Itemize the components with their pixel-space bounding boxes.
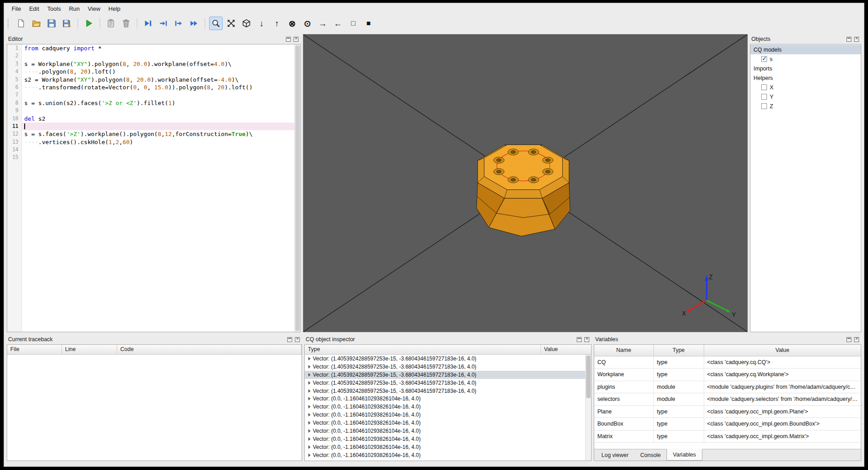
- column-line[interactable]: Line: [62, 345, 117, 354]
- code-line-15[interactable]: 15: [7, 154, 300, 161]
- expand-arrow-icon[interactable]: [308, 381, 311, 385]
- inspector-row[interactable]: Vector: (0.0, -1.1604610293826104e-16, 4…: [305, 443, 585, 451]
- variable-row[interactable]: Planetype<class 'cadquery.occ_impl.geom.…: [594, 405, 861, 418]
- front-view-button[interactable]: ⊗: [285, 17, 299, 30]
- close-panel-icon[interactable]: [295, 337, 300, 342]
- cad-model[interactable]: [477, 145, 570, 236]
- code-editor[interactable]: 1from cadquery import *23s = Workplane("…: [7, 44, 300, 332]
- float-panel-icon[interactable]: [287, 337, 292, 342]
- expand-arrow-icon[interactable]: [308, 357, 311, 360]
- variable-row[interactable]: CQtype<class 'cadquery.cq.CQ'>: [594, 356, 861, 369]
- inspector-row[interactable]: Vector: (0.0, -1.1604610293826104e-16, 4…: [305, 427, 585, 435]
- column-value[interactable]: Value: [541, 345, 591, 354]
- column-code[interactable]: Code: [117, 345, 302, 354]
- new-file-button[interactable]: [14, 17, 28, 30]
- tree-item-z[interactable]: Z: [750, 101, 861, 111]
- code-line-1[interactable]: 1from cadquery import *: [7, 44, 300, 52]
- inspector-row[interactable]: Vector: (0.0, -1.1604610293826104e-16, 4…: [305, 451, 585, 459]
- tab-console[interactable]: Console: [634, 449, 666, 461]
- bottom-view-button[interactable]: ↑: [270, 17, 284, 30]
- tree-item-y[interactable]: Y: [750, 92, 861, 101]
- menu-item-help[interactable]: Help: [105, 4, 125, 13]
- column-file[interactable]: File: [7, 345, 62, 354]
- code-line-3[interactable]: 3s = Workplane("XY").polygon(8, 20.0).wo…: [7, 60, 300, 68]
- tab-variables[interactable]: Variables: [666, 449, 702, 461]
- menu-item-tools[interactable]: Tools: [43, 4, 65, 13]
- debug-continue-button[interactable]: [187, 17, 201, 30]
- code-line-13[interactable]: 13····.vertices().cskHole(1,2,60): [7, 138, 300, 146]
- save-as-button[interactable]: [60, 17, 74, 30]
- iso-view-button[interactable]: [240, 17, 253, 30]
- column-type[interactable]: Type: [305, 345, 541, 354]
- variable-row[interactable]: pluginsmodule<module 'cadquery.plugins' …: [594, 381, 861, 393]
- code-line-4[interactable]: 4····.polygon(8, 20).loft(): [7, 68, 300, 75]
- inspector-row[interactable]: Vector: (0.0, -1.1604610293826104e-16, 4…: [305, 419, 585, 427]
- inspector-row[interactable]: Vector: (0.0, -1.1604610293826104e-16, 4…: [305, 395, 585, 403]
- expand-arrow-icon[interactable]: [308, 421, 311, 425]
- variable-row[interactable]: BoundBoxtype<class 'cadquery.occ_impl.ge…: [594, 418, 861, 430]
- toolbar-grip[interactable]: [8, 18, 10, 28]
- tree-item-x[interactable]: X: [750, 83, 861, 92]
- inspector-row[interactable]: Vector: (1.4053924288597253e-15, -3.6804…: [305, 387, 585, 395]
- tree-item-helpers[interactable]: Helpers: [750, 73, 861, 83]
- top-view-button[interactable]: ↓: [255, 17, 268, 30]
- tree-item-s[interactable]: s: [750, 54, 861, 64]
- code-line-2[interactable]: 2: [7, 52, 300, 60]
- close-panel-icon[interactable]: [294, 37, 298, 42]
- code-line-10[interactable]: 10del s2: [7, 115, 300, 123]
- menu-item-file[interactable]: File: [8, 4, 25, 13]
- run-button[interactable]: [82, 17, 96, 30]
- column-name[interactable]: Name: [594, 345, 653, 356]
- checkbox-s[interactable]: [761, 56, 767, 62]
- column-type[interactable]: Type: [653, 345, 704, 356]
- zoom-button[interactable]: [209, 17, 223, 30]
- close-panel-icon[interactable]: [584, 337, 589, 342]
- expand-arrow-icon[interactable]: [308, 413, 311, 417]
- expand-arrow-icon[interactable]: [308, 389, 311, 393]
- float-panel-icon[interactable]: [846, 37, 851, 42]
- expand-arrow-icon[interactable]: [308, 429, 311, 433]
- checkbox-x[interactable]: [761, 84, 767, 90]
- debug-step-out-button[interactable]: [172, 17, 185, 30]
- variable-row[interactable]: selectorsmodule<module 'cadquery.selecto…: [594, 393, 861, 406]
- inspector-row[interactable]: Vector: (1.4053924288597253e-15, -3.6804…: [305, 371, 585, 379]
- code-line-8[interactable]: 8s = s.union(s2).faces('>Z or <Z').fille…: [7, 99, 300, 107]
- checkbox-z[interactable]: [761, 103, 767, 109]
- expand-arrow-icon[interactable]: [308, 365, 311, 369]
- float-panel-icon[interactable]: [577, 337, 582, 342]
- menu-item-edit[interactable]: Edit: [25, 4, 43, 13]
- expand-arrow-icon[interactable]: [308, 437, 311, 441]
- code-line-14[interactable]: 14: [7, 146, 300, 154]
- variable-row[interactable]: Matrixtype<class 'cadquery.occ_impl.geom…: [594, 430, 861, 443]
- tree-item-imports[interactable]: Imports: [750, 64, 861, 73]
- clipboard-button[interactable]: [104, 17, 118, 30]
- inspector-scrollbar[interactable]: [585, 355, 591, 461]
- variable-row[interactable]: Workplanetype<class 'cadquery.cq.Workpla…: [594, 369, 861, 381]
- inspector-row[interactable]: Vector: (0.0, -1.1604610293826104e-16, 4…: [305, 435, 585, 443]
- editor-scrollbar[interactable]: [294, 44, 300, 332]
- left-view-button[interactable]: ←: [331, 17, 345, 30]
- shaded-button[interactable]: ■: [362, 17, 375, 30]
- inspector-row[interactable]: Vector: (1.4053924288597253e-15, -3.6804…: [305, 379, 585, 387]
- expand-arrow-icon[interactable]: [308, 397, 311, 400]
- wireframe-button[interactable]: □: [346, 17, 360, 30]
- checkbox-y[interactable]: [761, 94, 767, 100]
- code-line-9[interactable]: 9: [7, 107, 300, 114]
- code-line-6[interactable]: 6····.transformed(rotate=Vector(0, 0, 15…: [7, 83, 300, 91]
- tree-item-cq-models[interactable]: CQ models: [750, 45, 861, 54]
- expand-arrow-icon[interactable]: [308, 405, 311, 409]
- debug-step-into-button[interactable]: [157, 17, 170, 30]
- delete-button[interactable]: [119, 17, 133, 30]
- code-line-5[interactable]: 5s2 = Workplane("XY").polygon(8, 20.0).w…: [7, 76, 300, 83]
- fit-all-button[interactable]: [224, 17, 238, 30]
- tab-log-viewer[interactable]: Log viewer: [596, 449, 634, 461]
- inspector-row[interactable]: Vector: (1.4053924288597253e-15, -3.6804…: [305, 355, 585, 363]
- right-view-button[interactable]: →: [316, 17, 329, 30]
- inspector-row[interactable]: Vector: (0.0, -1.1604610293826104e-16, 4…: [305, 403, 585, 411]
- menu-item-view[interactable]: View: [84, 4, 105, 13]
- open-button[interactable]: [30, 17, 43, 30]
- menu-item-run[interactable]: Run: [65, 4, 84, 13]
- inspector-row[interactable]: Vector: (0.0, -1.1604610293826104e-16, 4…: [305, 411, 585, 419]
- debug-step-button[interactable]: [141, 17, 155, 30]
- close-panel-icon[interactable]: [854, 337, 859, 342]
